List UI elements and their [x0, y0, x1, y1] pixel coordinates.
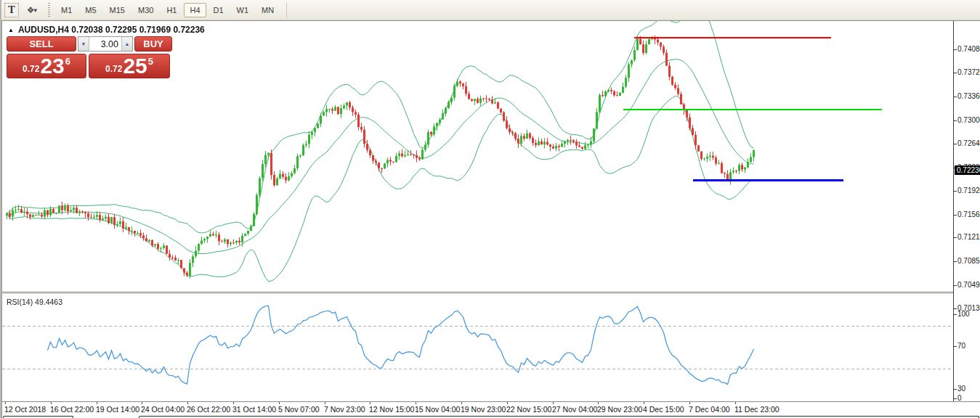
time-axis-tick: [187, 402, 188, 404]
time-axis-tick: [325, 402, 325, 404]
chevron-down-icon: ▾: [34, 7, 36, 14]
time-axis-tick: [735, 402, 736, 404]
timeframe-button-h4[interactable]: H4: [184, 3, 206, 17]
time-axis-tick: [51, 402, 52, 404]
time-axis-tick: [142, 402, 142, 404]
one-click-trade-panel: SELL ▼ ▲ BUY 0.72 23 6 0.72: [7, 36, 172, 78]
time-axis-label: 15 Nov 04:00: [415, 405, 460, 414]
price-axis[interactable]: 0.740800.737200.733600.730000.726400.722…: [953, 21, 980, 401]
timeframe-button-m30[interactable]: M30: [132, 3, 159, 17]
spinner-up-icon: ▲: [125, 41, 130, 46]
time-axis-label: 19 Oct 14:00: [96, 405, 139, 414]
price-axis-label: 0.71210: [957, 233, 980, 241]
time-axis-label: 4 Dec 15:00: [643, 405, 684, 414]
timeframe-button-w1[interactable]: W1: [231, 3, 255, 17]
spinner-down-icon: ▼: [81, 41, 86, 46]
toolbar: T ❖ ▾ M1M5M15M30H1H4D1W1MN: [1, 0, 980, 20]
rsi-axis-tick: [954, 398, 957, 399]
price-axis-label: 0.73000: [957, 116, 980, 124]
price-axis-tick: [954, 308, 957, 309]
time-axis-label: 7 Nov 23:00: [324, 405, 365, 414]
text-tool-button[interactable]: T: [4, 3, 19, 17]
timeframe-button-d1[interactable]: D1: [208, 3, 230, 17]
rsi-axis-tick: [954, 389, 957, 390]
time-axis-tick: [461, 402, 462, 404]
volume-stepper: ▼ ▲: [78, 36, 133, 52]
time-axis-tick: [370, 402, 370, 404]
time-axis-label: 29 Nov 23:00: [597, 405, 642, 414]
time-axis-label: 31 Oct 14:00: [232, 405, 276, 414]
time-axis[interactable]: 12 Oct 201816 Oct 22:0019 Oct 14:0024 Oc…: [2, 401, 980, 415]
volume-increase-button[interactable]: ▲: [121, 37, 132, 51]
timeframe-button-m15[interactable]: M15: [104, 3, 131, 17]
price-axis-tick: [954, 215, 957, 216]
price-axis-tick: [954, 237, 957, 238]
price-axis-label: 0.70850: [957, 257, 980, 265]
rsi-axis-tick: [954, 314, 957, 315]
time-axis-label: 22 Nov 15:00: [506, 405, 551, 414]
time-axis-label: 12 Nov 15:00: [369, 405, 414, 414]
time-axis-label: 16 Oct 22:00: [50, 405, 94, 414]
price-axis-label: 0.73720: [957, 68, 980, 76]
sell-price-button[interactable]: 0.72 23 6: [7, 54, 86, 78]
price-axis-label: 0.71920: [957, 187, 980, 194]
time-axis-tick: [553, 402, 554, 404]
timeframe-button-mn[interactable]: MN: [256, 3, 280, 17]
collapse-panel-icon[interactable]: ▲: [8, 27, 14, 33]
time-axis-tick: [689, 402, 690, 404]
price-axis-tick: [954, 97, 957, 97]
volume-input[interactable]: [89, 37, 121, 51]
time-axis-label: 27 Nov 04:00: [552, 405, 597, 414]
chart-tab-strip: [2, 415, 980, 418]
chart-title: ▲ AUDUSD,H4 0.72038 0.72295 0.71969 0.72…: [8, 25, 205, 35]
price-axis-label: 0.70490: [957, 281, 980, 289]
time-axis-tick: [233, 402, 234, 404]
sell-button-label: SELL: [29, 38, 53, 49]
time-axis-label: 26 Oct 22:00: [187, 405, 230, 414]
time-axis-tick: [644, 402, 644, 404]
sell-price-prefix: 0.72: [23, 64, 39, 74]
chart-title-text: AUDUSD,H4 0.72038 0.72295 0.71969 0.7223…: [18, 25, 205, 35]
price-axis-tick: [954, 144, 957, 144]
rsi-axis-label: 100: [957, 310, 970, 318]
time-axis-label: 12 Oct 2018: [4, 405, 46, 414]
time-axis-tick: [598, 402, 599, 404]
sell-button[interactable]: SELL: [7, 36, 76, 52]
timeframe-button-m1[interactable]: M1: [55, 3, 78, 17]
toolbar-grip[interactable]: [48, 3, 50, 17]
toolbar-separator: [286, 2, 287, 18]
price-axis-tick: [954, 73, 957, 73]
time-axis-label: 19 Nov 23:00: [461, 405, 506, 414]
price-axis-label: 0.71560: [957, 210, 980, 218]
price-axis-tick: [954, 49, 957, 50]
buy-price-big: 25: [123, 56, 147, 76]
time-axis-label: 5 Nov 07:00: [278, 405, 320, 414]
price-axis-tick: [954, 120, 957, 121]
price-axis-tick: [954, 261, 957, 262]
rsi-indicator-canvas[interactable]: [2, 295, 953, 401]
time-axis-label: 24 Oct 04:00: [141, 405, 185, 414]
sell-price-pip: 6: [65, 56, 70, 67]
price-axis-label: 0.72640: [957, 139, 980, 147]
buy-button-label: BUY: [143, 38, 163, 49]
buy-price-pip: 5: [148, 56, 153, 67]
current-price-tag: 0.72236: [955, 165, 980, 175]
drawing-tool-button[interactable]: ❖ ▾: [22, 3, 41, 17]
rsi-axis-tick: [954, 346, 957, 347]
price-axis-tick: [954, 191, 957, 192]
buy-price-button[interactable]: 0.72 25 5: [89, 54, 170, 78]
rsi-axis-label: 70: [957, 342, 965, 350]
volume-decrease-button[interactable]: ▼: [78, 37, 89, 51]
price-axis-label: 0.73360: [957, 92, 980, 100]
time-axis-label: 11 Dec 23:00: [734, 405, 779, 414]
buy-button[interactable]: BUY: [134, 36, 172, 52]
timeframe-button-m5[interactable]: M5: [79, 3, 102, 17]
time-axis-label: 7 Dec 04:00: [689, 405, 730, 414]
buy-price-prefix: 0.72: [105, 64, 122, 74]
time-axis-tick: [416, 402, 416, 404]
timeframe-button-group: M1M5M15M30H1H4D1W1MN: [54, 3, 280, 17]
text-tool-icon: T: [8, 4, 15, 16]
timeframe-button-h1[interactable]: H1: [161, 3, 182, 17]
time-axis-tick: [5, 402, 6, 404]
rsi-indicator-label: RSI(14) 49.4463: [7, 298, 62, 306]
